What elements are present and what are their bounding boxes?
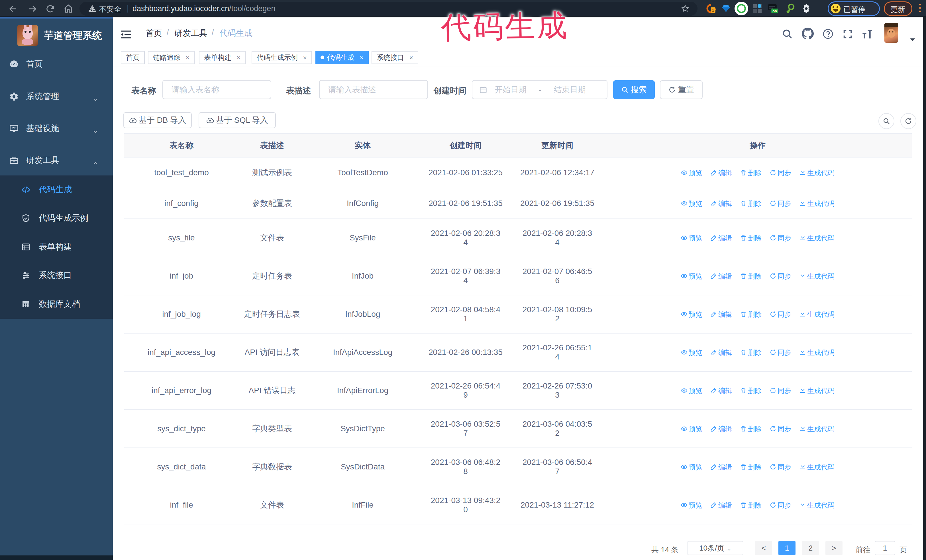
svg-text:on: on	[772, 9, 777, 13]
svg-text:1: 1	[712, 8, 714, 12]
